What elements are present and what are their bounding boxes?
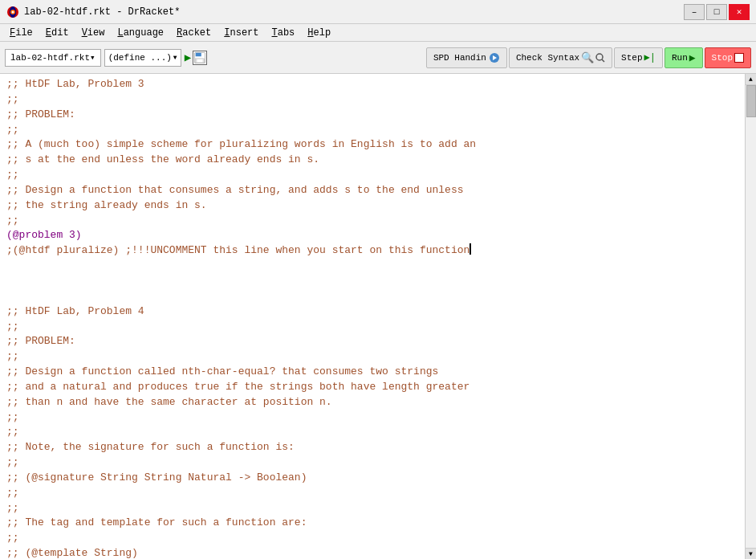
toolbar-right: SPD Handin Check Syntax 🔍 Step ▶| Run ▶ … xyxy=(426,47,751,68)
code-line: ;; PROBLEM: xyxy=(6,108,738,123)
comment-text: ;; xyxy=(6,486,19,501)
comment-text: ;; s at the end unless the word already … xyxy=(6,153,319,168)
toolbar: lab-02-htdf.rkt▾ (define ...) ▼ ▶ SPD Ha… xyxy=(0,42,756,74)
save-run-button[interactable]: ▶ xyxy=(185,51,207,65)
comment-text: ;; HtDF Lab, Problem 4 xyxy=(6,304,144,320)
code-line: ;; Note, the signature for such a functi… xyxy=(6,440,738,455)
comment-text: ;; xyxy=(6,320,19,335)
run-label: Run xyxy=(672,53,688,63)
toolbar-left: lab-02-htdf.rkt▾ (define ...) ▼ ▶ xyxy=(5,49,423,67)
scrollbar[interactable]: ▲ ▼ xyxy=(745,74,756,559)
comment-text: ;; the string already ends in s. xyxy=(6,198,207,214)
stop-icon xyxy=(734,53,744,63)
comment-text: ;; Design a function called nth-char-equ… xyxy=(6,365,438,380)
maximize-button[interactable]: □ xyxy=(706,4,727,20)
handin-icon xyxy=(489,52,500,63)
code-line: ;; xyxy=(6,501,738,516)
code-line: ;; xyxy=(6,349,738,365)
menu-tabs[interactable]: Tabs xyxy=(266,26,302,40)
scroll-up-button[interactable]: ▲ xyxy=(746,74,757,85)
code-line: ;; HtDF Lab, Problem 3 xyxy=(6,77,738,92)
comment-text: ;; xyxy=(6,425,19,440)
code-line: ;; The tag and template for such a funct… xyxy=(6,516,738,531)
code-line: (@problem 3) xyxy=(6,228,738,243)
comment-text: ;; Design a function that consumes a str… xyxy=(6,183,464,198)
code-line: ;; xyxy=(6,320,738,335)
comment-text: ;; xyxy=(6,501,19,516)
comment-text: ;; HtDF Lab, Problem 3 xyxy=(6,77,144,92)
comment-text: ;; (@template String) xyxy=(6,546,138,559)
svg-rect-7 xyxy=(197,59,203,62)
text-cursor xyxy=(469,243,471,255)
svg-rect-5 xyxy=(196,52,201,55)
code-line: ;; (@signature String String Natural -> … xyxy=(6,471,738,486)
comment-text: ;; xyxy=(6,123,19,138)
step-play-icon: ▶| xyxy=(644,51,656,63)
svg-point-3 xyxy=(12,10,14,13)
code-line: ;; the string already ends in s. xyxy=(6,198,738,214)
title-controls: – □ ✕ xyxy=(684,4,750,20)
comment-text: ;; Note, the signature for such a functi… xyxy=(6,440,295,455)
define-dropdown-label: (define ...) xyxy=(108,53,172,63)
title-left: lab-02-htdf.rkt - DrRacket* xyxy=(6,6,180,18)
menu-language[interactable]: Language xyxy=(111,26,170,40)
minimize-button[interactable]: – xyxy=(684,4,705,20)
magnify-icon: 🔍 xyxy=(581,51,594,64)
file-tab-label: lab-02-htdf.rkt▾ xyxy=(10,52,96,63)
title-bar: lab-02-htdf.rkt - DrRacket* – □ ✕ xyxy=(0,0,756,24)
menu-insert[interactable]: Insert xyxy=(217,26,265,40)
scroll-down-button[interactable]: ▼ xyxy=(746,548,757,559)
code-line: ;; Design a function called nth-char-equ… xyxy=(6,365,738,380)
scroll-track[interactable] xyxy=(746,85,757,548)
close-button[interactable]: ✕ xyxy=(729,4,750,20)
comment-text: ;; xyxy=(6,92,19,108)
code-line xyxy=(6,259,738,274)
chevron-down-icon: ▼ xyxy=(173,54,177,61)
code-line xyxy=(6,289,738,304)
comment-text: ;; PROBLEM: xyxy=(6,334,75,349)
code-line: ;; than n and have the same character at… xyxy=(6,395,738,410)
code-line: ;; and a natural and produces true if th… xyxy=(6,380,738,395)
right-arrow-icon: ▶ xyxy=(185,51,191,64)
svg-point-10 xyxy=(596,54,603,60)
comment-text: ;; xyxy=(6,349,19,365)
comment-text: ;; xyxy=(6,410,19,426)
window-title: lab-02-htdf.rkt - DrRacket* xyxy=(24,6,180,18)
step-button[interactable]: Step ▶| xyxy=(614,47,663,68)
problem-keyword: (@problem 3) xyxy=(6,228,82,243)
run-button[interactable]: Run ▶ xyxy=(665,47,703,68)
comment-text: ;; xyxy=(6,168,19,183)
code-line: ;; PROBLEM: xyxy=(6,334,738,349)
code-line: ;; xyxy=(6,486,738,501)
menu-view[interactable]: View xyxy=(75,26,112,40)
code-line: ;; xyxy=(6,425,738,440)
code-editor[interactable]: ;; HtDF Lab, Problem 3;;;; PROBLEM:;;;; … xyxy=(0,74,745,559)
menu-help[interactable]: Help xyxy=(301,26,337,40)
comment-text: ;; xyxy=(6,531,19,546)
code-line: ;; s at the end unless the word already … xyxy=(6,153,738,168)
code-line: ;; (@template String) xyxy=(6,546,738,559)
editor-container: ;; HtDF Lab, Problem 3;;;; PROBLEM:;;;; … xyxy=(0,74,756,559)
file-tab[interactable]: lab-02-htdf.rkt▾ xyxy=(5,49,101,67)
code-line xyxy=(6,274,738,289)
comment-text: ;; (@signature String String Natural -> … xyxy=(6,471,307,486)
scroll-thumb[interactable] xyxy=(746,85,756,117)
menu-edit[interactable]: Edit xyxy=(39,26,75,40)
comment-text: ;; The tag and template for such a funct… xyxy=(6,516,307,531)
comment-text: ;; xyxy=(6,214,19,229)
menu-file[interactable]: File xyxy=(3,26,39,40)
code-line: ;; HtDF Lab, Problem 4 xyxy=(6,304,738,320)
editor-main[interactable]: ;; HtDF Lab, Problem 3;;;; PROBLEM:;;;; … xyxy=(0,74,745,559)
spd-handin-label: SPD Handin xyxy=(433,53,486,63)
stop-button[interactable]: Stop xyxy=(705,47,751,68)
spd-handin-button[interactable]: SPD Handin xyxy=(426,47,507,68)
check-syntax-button[interactable]: Check Syntax 🔍 xyxy=(509,47,612,68)
menu-racket[interactable]: Racket xyxy=(170,26,217,40)
code-line: ;; xyxy=(6,92,738,108)
stop-label: Stop xyxy=(712,53,733,63)
menu-bar: File Edit View Language Racket Insert Ta… xyxy=(0,24,756,42)
comment-text: ;; A (much too) simple scheme for plural… xyxy=(6,137,476,153)
comment-text: ;; than n and have the same character at… xyxy=(6,395,332,410)
code-line: ;; xyxy=(6,455,738,471)
define-dropdown[interactable]: (define ...) ▼ xyxy=(104,49,181,67)
